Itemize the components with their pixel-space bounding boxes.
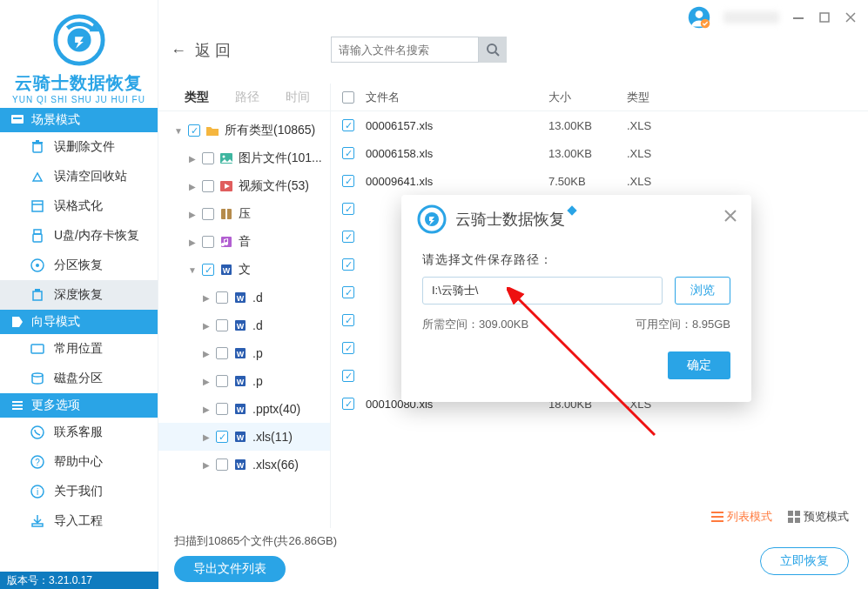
tree-row[interactable]: ▶视频文件(53)	[158, 172, 330, 200]
tree-checkbox[interactable]	[216, 431, 228, 443]
file-checkbox[interactable]	[342, 370, 354, 382]
tab-time[interactable]: 时间	[286, 90, 310, 105]
expand-icon[interactable]: ▶	[202, 460, 211, 470]
sidebar-item[interactable]: 分区恢复	[0, 251, 158, 280]
sidebar-header-more-label: 更多选项	[31, 398, 80, 413]
file-checkbox[interactable]	[342, 398, 354, 410]
back-arrow-icon[interactable]: ←	[171, 42, 186, 60]
user-avatar-icon[interactable]	[687, 5, 711, 30]
expand-icon[interactable]: ▼	[174, 126, 183, 136]
file-checkbox[interactable]	[342, 175, 354, 187]
sidebar-item[interactable]: i关于我们	[0, 477, 158, 506]
file-checkbox[interactable]	[342, 147, 354, 159]
view-mode-list[interactable]: 列表模式	[711, 509, 772, 525]
file-header-name[interactable]: 文件名	[366, 90, 548, 105]
tree-checkbox[interactable]	[216, 291, 228, 304]
tree-type-icon	[219, 151, 233, 165]
tree-row[interactable]: ▶W.p	[158, 367, 330, 395]
grid-icon	[788, 511, 800, 523]
sidebar-item[interactable]: 深度恢复	[0, 280, 158, 310]
version-prefix: 版本号：	[7, 574, 49, 586]
file-checkbox[interactable]	[342, 231, 354, 243]
tree-checkbox[interactable]	[202, 180, 214, 192]
expand-icon[interactable]: ▼	[188, 265, 197, 275]
recover-button[interactable]: 立即恢复	[760, 547, 849, 575]
sidebar-item[interactable]: ?帮助中心	[0, 447, 158, 477]
expand-icon[interactable]: ▶	[202, 293, 211, 303]
tree-row[interactable]: ▼所有类型(10865)	[158, 117, 330, 144]
file-checkbox[interactable]	[342, 286, 354, 298]
tree-row[interactable]: ▶图片文件(101...	[158, 144, 330, 172]
expand-icon[interactable]: ▶	[202, 349, 211, 358]
tree-checkbox[interactable]	[202, 264, 214, 276]
tree-checkbox[interactable]	[202, 208, 214, 220]
dialog-close-button[interactable]	[723, 209, 737, 225]
expand-icon[interactable]: ▶	[188, 154, 197, 164]
tree-checkbox[interactable]	[216, 319, 228, 331]
expand-icon[interactable]: ▶	[188, 210, 197, 219]
export-button[interactable]: 导出文件列表	[174, 556, 286, 582]
file-header-type[interactable]: 类型	[627, 90, 688, 105]
sidebar-item[interactable]: 导入工程	[0, 506, 158, 536]
sidebar-item[interactable]: 误格式化	[0, 191, 158, 221]
file-header-checkbox[interactable]	[342, 91, 354, 104]
tree-row[interactable]: ▶W.xlsx(66)	[158, 451, 330, 479]
sidebar-item-icon	[30, 139, 45, 155]
tree-checkbox[interactable]	[202, 236, 214, 248]
tree-row[interactable]: ▶压	[158, 200, 330, 228]
minimize-button[interactable]	[791, 10, 805, 24]
file-row[interactable]: 00006158.xls13.00KB.XLS	[331, 139, 868, 167]
sidebar-item-label: 误清空回收站	[54, 169, 127, 184]
tree-checkbox[interactable]	[202, 152, 214, 164]
expand-icon[interactable]: ▶	[188, 238, 197, 247]
maximize-button[interactable]	[818, 10, 831, 24]
tab-type[interactable]: 类型	[185, 90, 209, 105]
tree-row[interactable]: ▶W.xls(11)	[158, 423, 330, 451]
file-checkbox[interactable]	[342, 258, 354, 271]
tree-label: 压	[239, 206, 330, 222]
main: ← 返 回 类型 路径 时间 ▼所有类型(10865)▶图片文件(101...▶…	[158, 0, 868, 589]
expand-icon[interactable]: ▶	[202, 405, 211, 414]
tree-row[interactable]: ▶W.d	[158, 311, 330, 339]
sidebar-item-label: 深度恢复	[54, 287, 103, 303]
tree-checkbox[interactable]	[216, 458, 228, 471]
tree-checkbox[interactable]	[216, 375, 228, 387]
view-mode-preview[interactable]: 预览模式	[788, 509, 849, 525]
tree-row[interactable]: ▶W.d	[158, 284, 330, 311]
sidebar-item[interactable]: U盘/内存卡恢复	[0, 221, 158, 251]
tree-checkbox[interactable]	[216, 403, 228, 415]
tree-checkbox[interactable]	[188, 124, 200, 137]
file-checkbox[interactable]	[342, 119, 354, 131]
sidebar-item-label: 误格式化	[54, 198, 103, 214]
expand-icon[interactable]: ▶	[202, 377, 211, 386]
file-header-size[interactable]: 大小	[548, 90, 627, 105]
search-input[interactable]	[331, 37, 479, 63]
sidebar-item[interactable]: 误清空回收站	[0, 162, 158, 191]
file-row[interactable]: 00006157.xls13.00KB.XLS	[331, 111, 868, 139]
file-checkbox[interactable]	[342, 203, 354, 215]
tree-checkbox[interactable]	[216, 347, 228, 359]
tree-row[interactable]: ▶音	[158, 228, 330, 256]
sidebar-item[interactable]: 磁盘分区	[0, 364, 158, 393]
browse-button[interactable]: 浏览	[675, 277, 730, 305]
file-checkbox[interactable]	[342, 342, 354, 354]
sidebar-item[interactable]: 联系客服	[0, 418, 158, 447]
sidebar-item-icon: ?	[30, 454, 45, 470]
back-nav[interactable]: ← 返 回	[171, 40, 231, 61]
tab-path[interactable]: 路径	[235, 90, 259, 105]
tree-row[interactable]: ▶W.p	[158, 339, 330, 367]
expand-icon[interactable]: ▶	[202, 432, 211, 442]
sidebar-item[interactable]: 误删除文件	[0, 132, 158, 162]
expand-icon[interactable]: ▶	[188, 182, 197, 191]
file-row[interactable]: 00009641.xls7.50KB.XLS	[331, 167, 868, 195]
file-checkbox[interactable]	[342, 314, 354, 326]
path-input[interactable]	[422, 277, 663, 305]
sidebar-item[interactable]: 常用位置	[0, 334, 158, 364]
ok-button[interactable]: 确定	[668, 351, 730, 379]
search-button[interactable]	[479, 37, 507, 63]
tree-row[interactable]: ▶W.pptx(40)	[158, 395, 330, 423]
sidebar-item-label: 磁盘分区	[54, 371, 103, 386]
expand-icon[interactable]: ▶	[202, 321, 211, 331]
close-button[interactable]	[844, 10, 858, 24]
tree-row[interactable]: ▼W文	[158, 256, 330, 284]
